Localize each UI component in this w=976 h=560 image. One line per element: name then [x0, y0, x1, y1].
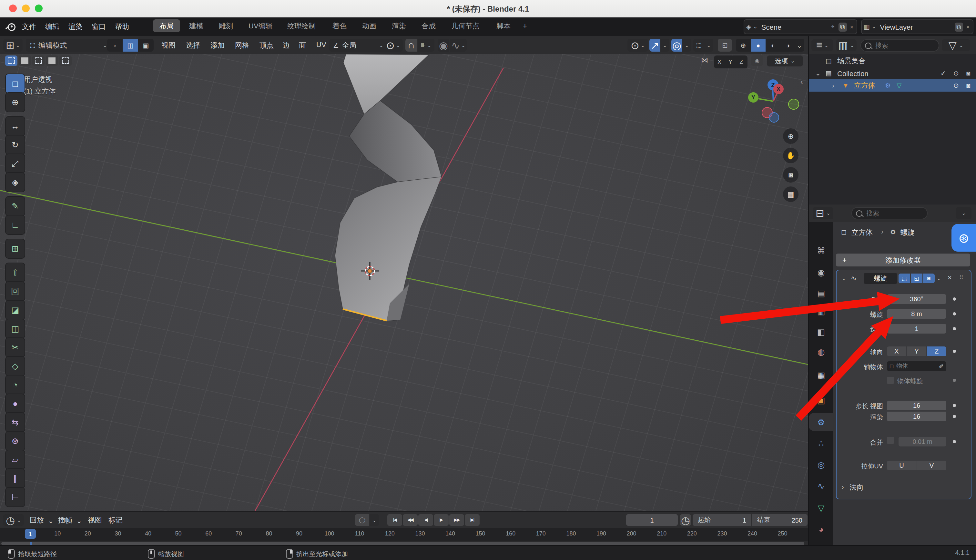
add-modifier-button[interactable]: + 添加修改器 — [836, 253, 970, 267]
tool-inset-faces[interactable]: 回 — [5, 281, 25, 301]
properties-tab-particles[interactable]: ∴ — [809, 434, 833, 452]
workspace-tab-texture-paint[interactable]: 纹理绘制 — [281, 19, 322, 32]
mirror-y-button[interactable]: Y — [725, 55, 736, 68]
mode-selector[interactable]: ⬚ 编辑模式 ⌄ — [26, 39, 111, 52]
tool-shrink-fatten[interactable]: ⊛ — [5, 431, 25, 451]
shading-wireframe-button[interactable]: ⊕ — [736, 39, 751, 52]
frame-tick[interactable]: 230 — [717, 530, 727, 537]
properties-options-dropdown[interactable]: ⌄ — [956, 207, 971, 219]
close-icon[interactable]: × — [850, 23, 853, 30]
frame-tick[interactable]: 220 — [687, 530, 697, 537]
properties-tab-scene[interactable]: ◧ — [809, 323, 833, 341]
merge-distance-field[interactable]: 0.01 m — [899, 437, 946, 447]
jump-to-start-button[interactable]: |◀ — [387, 514, 402, 526]
frame-tick[interactable]: 60 — [205, 530, 212, 537]
mirror-icon[interactable]: ⋈ — [701, 56, 708, 65]
frame-start-field[interactable]: 起始1 — [692, 514, 751, 526]
proportional-falloff-button[interactable]: ∿⌄ — [450, 39, 467, 52]
chevron-down-icon[interactable]: ⌄ — [753, 24, 757, 30]
outliner-search[interactable] — [861, 39, 939, 52]
axis-object-field[interactable]: ◻ 物体 ✐ — [887, 361, 946, 371]
frame-tick[interactable]: 170 — [536, 530, 546, 537]
show-overlays-toggle[interactable]: ◎ — [671, 39, 682, 52]
animate-dot[interactable] — [953, 404, 956, 407]
workspace-tab-uv[interactable]: UV编辑 — [242, 19, 279, 32]
gizmo-z-neg-axis[interactable] — [769, 112, 779, 123]
tool-select-box[interactable]: ◻ — [5, 73, 25, 93]
animate-dot[interactable] — [953, 440, 956, 443]
add-workspace-button[interactable]: + — [516, 19, 534, 32]
blender-logo-icon[interactable] — [5, 21, 16, 32]
camera-icon[interactable]: ◙ — [966, 70, 970, 77]
close-icon[interactable]: × — [966, 23, 969, 30]
xray-toggle[interactable]: ◱ — [718, 39, 732, 52]
select-mode-extend-button[interactable] — [19, 55, 31, 66]
menu-edit[interactable]: 编辑 — [45, 22, 59, 32]
mirror-x-button[interactable]: X — [714, 55, 725, 68]
stretch-u-button[interactable]: U — [887, 461, 916, 470]
edge-select-button[interactable]: ◫ — [123, 39, 138, 52]
proportional-edit-toggle[interactable]: ◉ — [438, 39, 449, 52]
properties-tab-physics[interactable]: ◎ — [809, 455, 833, 473]
toggle-edit-mode-display[interactable]: ⬚ — [899, 273, 910, 283]
zoom-view-button[interactable]: ⊕ — [783, 128, 799, 144]
workspace-tab-compositing[interactable]: 合成 — [415, 19, 442, 32]
properties-tab-view-layer[interactable]: ▥ — [809, 302, 833, 320]
select-mode-new-button[interactable] — [5, 55, 17, 66]
modifier-extras-dropdown[interactable]: ⌄ — [937, 275, 941, 281]
menu-add[interactable]: 添加 — [210, 41, 225, 50]
workspace-tab-modeling[interactable]: 建模 — [183, 19, 210, 32]
modifier-name-field[interactable]: 螺旋 — [864, 273, 897, 284]
keying-set-dropdown[interactable]: ⌄ — [370, 514, 379, 526]
frame-tick[interactable]: 70 — [235, 530, 242, 537]
toggle-realtime-display[interactable]: ◱ — [911, 273, 923, 283]
properties-tab-modifiers[interactable]: ⚙ — [809, 413, 833, 431]
animate-dot[interactable] — [953, 312, 956, 315]
use-preview-range-toggle[interactable]: ◷ — [680, 514, 691, 526]
overlays-dropdown[interactable]: ⌄ — [682, 39, 691, 52]
frame-tick[interactable]: 210 — [657, 530, 666, 537]
frame-tick[interactable]: 250 — [778, 530, 787, 537]
pan-view-button[interactable]: ✋ — [783, 148, 799, 163]
frame-tick[interactable]: 40 — [145, 530, 151, 537]
mesh-data-icon[interactable]: ▽ — [897, 82, 901, 89]
orthographic-toggle-button[interactable]: ▦ — [783, 187, 799, 202]
vertex-select-button[interactable]: ▫ — [107, 39, 123, 52]
workspace-tab-sculpting[interactable]: 雕刻 — [212, 19, 240, 32]
menu-uv[interactable]: UV — [316, 41, 326, 48]
properties-tab-render[interactable]: ◉ — [809, 263, 833, 281]
current-frame-badge[interactable]: 1 — [25, 529, 36, 539]
outliner-display-mode-button[interactable]: ≡⌄ — [811, 39, 833, 51]
jump-to-end-button[interactable]: ▶| — [465, 514, 480, 526]
workspace-tab-scripting[interactable]: 脚本 — [490, 19, 517, 32]
show-gizmo-toggle[interactable]: ↗ — [649, 39, 661, 52]
play-reverse-button[interactable]: ◀ — [418, 514, 433, 526]
panel-collapse-chevron[interactable]: ⌄ — [842, 275, 846, 281]
new-scene-button[interactable]: ⧉ — [838, 22, 847, 31]
outliner-row-collection[interactable]: ⌄ ▤ Collection ✓ ⊙ ◙ — [809, 67, 976, 79]
properties-tab-collection[interactable]: ▦ — [809, 366, 833, 384]
select-mode-invert-button[interactable] — [46, 55, 58, 66]
frame-tick[interactable]: 110 — [355, 530, 364, 537]
properties-editor-type-button[interactable]: ⊟⌄ — [812, 207, 833, 219]
tool-measure[interactable]: ∟ — [5, 215, 25, 235]
collection-label[interactable]: Collection — [837, 69, 869, 77]
tool-spin[interactable]: ◔ — [5, 375, 25, 395]
breadcrumb-object[interactable]: 立方体 — [851, 228, 873, 237]
menu-playback[interactable]: 回放 — [30, 515, 44, 525]
menu-vertex[interactable]: 顶点 — [260, 41, 274, 50]
gizmo-y-axis[interactable]: Y — [748, 92, 759, 103]
chevron-down-icon[interactable]: ⌄ — [872, 24, 876, 30]
pivot-point-button[interactable]: ⊙⌄ — [384, 39, 403, 52]
tool-loop-cut[interactable]: ◫ — [5, 319, 25, 339]
object-screw-checkbox[interactable] — [887, 377, 894, 384]
expand-arrow-icon[interactable]: › — [832, 82, 834, 89]
scene-name[interactable]: Scene — [761, 23, 830, 31]
timeline-ruler[interactable]: 1102030405060708090100110120130140150160… — [0, 528, 808, 541]
previous-keyframe-button[interactable]: ◀◀ — [403, 514, 418, 526]
face-select-button[interactable]: ▣ — [138, 39, 153, 52]
gizmo-x-axis[interactable]: X — [773, 84, 784, 94]
tool-rip-region[interactable]: ∥ — [5, 468, 25, 488]
tool-rip-edge[interactable]: ⊢ — [5, 487, 25, 507]
tool-bevel[interactable]: ◪ — [5, 300, 25, 320]
